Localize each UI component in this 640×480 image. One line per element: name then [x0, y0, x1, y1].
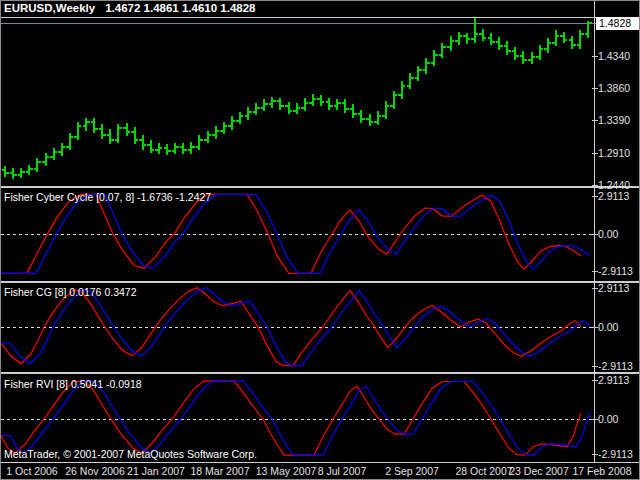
axis-tick: [592, 153, 598, 154]
axis-tick: [592, 288, 598, 289]
indicator-label: Fisher RVI [8] 0.5041 -0.0918: [4, 378, 142, 390]
axis-tick: [592, 419, 598, 420]
indicator-panel-fisher-cg[interactable]: Fisher CG [8] 0.0176 0.3472: [1, 284, 594, 370]
time-axis-label: 26 Nov 2006: [65, 465, 125, 477]
axis-tick: [592, 185, 598, 186]
main-chart-svg[interactable]: [1, 18, 640, 186]
current-price-box: 1.4828: [596, 17, 640, 30]
panel-separator[interactable]: [1, 281, 640, 283]
time-axis-label: 2 Sep 2007: [385, 465, 439, 477]
indicator-axis-label: 2.9113: [598, 282, 629, 294]
price-axis-label: 1.3860: [598, 82, 630, 94]
axis-tick: [592, 56, 598, 57]
indicator-axis-label: 2.9113: [598, 374, 629, 386]
indicator-label: Fisher Cyber Cycle [0.07, 8] -1.6736 -1.…: [4, 191, 211, 203]
axis-tick: [592, 366, 598, 367]
indicator-main-line: [1, 381, 581, 455]
indicator-axis-label: 0.00: [598, 321, 618, 333]
time-axis-label: 18 Mar 2007: [191, 465, 250, 477]
price-bars: [2, 18, 592, 179]
time-axis[interactable]: 1 Oct 200626 Nov 200621 Jan 200718 Mar 2…: [1, 463, 640, 480]
panel-separator[interactable]: [1, 372, 640, 374]
indicator-axis-label: -2.9113: [598, 448, 633, 460]
time-axis-label: 21 Jan 2007: [127, 465, 185, 477]
price-axis-label: 1.2910: [598, 147, 630, 159]
price-axis-label: 1.4340: [598, 50, 630, 62]
indicator-panel-fisher-cyber-cycle[interactable]: Fisher Cyber Cycle [0.07, 8] -1.6736 -1.…: [1, 188, 594, 280]
time-axis-label: 28 Oct 2007: [455, 465, 512, 477]
indicator-trigger-line: [1, 381, 590, 455]
footer-credit: MetaTrader, © 2001-2007 MetaQuotes Softw…: [4, 448, 257, 460]
indicator-label: Fisher CG [8] 0.0176 0.3472: [4, 286, 137, 298]
time-axis-label: 1 Oct 2006: [6, 465, 57, 477]
main-price-chart[interactable]: [1, 18, 594, 186]
price-axis-label: 1.2440: [598, 179, 630, 191]
axis-tick: [592, 120, 598, 121]
indicator-axis-label: 2.9113: [598, 190, 629, 202]
time-axis-label: 23 Dec 2007: [509, 465, 569, 477]
indicator-axis-label: -2.9113: [598, 265, 633, 277]
axis-tick: [592, 196, 598, 197]
price-axis-label: 1.3390: [598, 114, 630, 126]
chart-title-bar: EURUSD,Weekly1.4672 1.4861 1.4610 1.4828: [1, 1, 597, 17]
axis-tick: [592, 380, 598, 381]
indicator-axis-label: -2.9113: [598, 360, 633, 372]
axis-tick: [592, 88, 598, 89]
axis-tick: [592, 271, 598, 272]
axis-tick: [592, 454, 598, 455]
time-axis-label: 17 Feb 2008: [573, 465, 632, 477]
indicator-axis-label: 0.00: [598, 228, 618, 240]
indicator-axis-label: 0.00: [598, 413, 618, 425]
time-axis-label: 8 Jul 2007: [318, 465, 366, 477]
time-axis-label: 13 May 2007: [256, 465, 317, 477]
axis-tick: [592, 234, 598, 235]
ohlc-values: 1.4672 1.4861 1.4610 1.4828: [105, 2, 255, 14]
chart-window: EURUSD,Weekly1.4672 1.4861 1.4610 1.4828…: [0, 0, 640, 480]
axis-tick: [592, 327, 598, 328]
symbol-title: EURUSD,Weekly: [4, 2, 95, 14]
